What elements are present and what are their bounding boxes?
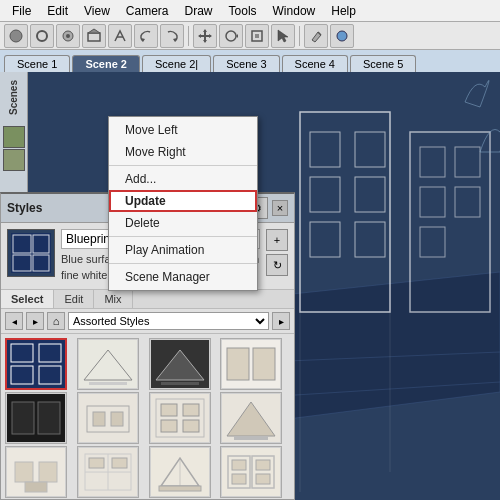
- style-tab-edit[interactable]: Edit: [54, 290, 94, 308]
- style-item-2[interactable]: [77, 338, 139, 390]
- menu-draw[interactable]: Draw: [177, 2, 221, 20]
- style-nav-forward-btn[interactable]: ▸: [26, 312, 44, 330]
- svg-rect-56: [12, 402, 34, 434]
- style-library-select[interactable]: Assorted Styles: [68, 312, 269, 330]
- context-menu-move-right[interactable]: Move Right: [109, 141, 257, 163]
- context-menu-delete[interactable]: Delete: [109, 212, 257, 234]
- scene-tab-5[interactable]: Scene 4: [282, 55, 348, 72]
- style-home-btn[interactable]: ⌂: [47, 312, 65, 330]
- svg-rect-88: [232, 460, 246, 470]
- toolbar-paint-btn[interactable]: [304, 24, 328, 48]
- toolbar: [0, 22, 500, 50]
- context-menu-sep-2: [109, 236, 257, 237]
- style-item-3[interactable]: [149, 338, 211, 390]
- style-item-4[interactable]: [220, 338, 282, 390]
- scene-tab-3[interactable]: Scene 2|: [142, 55, 211, 72]
- style-preview-icon: [7, 229, 55, 277]
- svg-rect-61: [111, 412, 123, 426]
- svg-point-12: [226, 31, 236, 41]
- svg-rect-60: [93, 412, 105, 426]
- svg-rect-85: [222, 448, 280, 496]
- svg-marker-11: [209, 34, 212, 38]
- toolbar-move-btn[interactable]: [193, 24, 217, 48]
- style-item-7[interactable]: [149, 392, 211, 444]
- context-menu-play-animation[interactable]: Play Animation: [109, 239, 257, 261]
- toolbar-btn-4[interactable]: [82, 24, 106, 48]
- toolbar-btn-3[interactable]: [56, 24, 80, 48]
- scene-thumb-2[interactable]: [3, 149, 25, 171]
- svg-rect-84: [159, 486, 201, 491]
- style-item-8[interactable]: [220, 392, 282, 444]
- style-tab-mix[interactable]: Mix: [94, 290, 132, 308]
- scene-tab-1[interactable]: Scene 1: [4, 55, 70, 72]
- svg-point-0: [10, 30, 22, 42]
- svg-point-3: [66, 34, 70, 38]
- style-item-9[interactable]: [5, 446, 67, 498]
- svg-rect-80: [112, 458, 127, 468]
- svg-point-16: [337, 31, 347, 41]
- menu-window[interactable]: Window: [265, 2, 324, 20]
- style-item-5[interactable]: [5, 392, 67, 444]
- svg-marker-5: [88, 29, 100, 33]
- context-menu-move-left[interactable]: Move Left: [109, 119, 257, 141]
- toolbar-scale-btn[interactable]: [245, 24, 269, 48]
- menu-view[interactable]: View: [76, 2, 118, 20]
- svg-rect-74: [25, 482, 47, 492]
- menu-help[interactable]: Help: [323, 2, 364, 20]
- svg-rect-79: [89, 458, 104, 468]
- svg-rect-46: [79, 340, 137, 388]
- menu-edit[interactable]: Edit: [39, 2, 76, 20]
- toolbar-btn-2[interactable]: [30, 24, 54, 48]
- svg-rect-64: [161, 404, 177, 416]
- style-nav-back-btn[interactable]: ◂: [5, 312, 23, 330]
- style-item-6[interactable]: [77, 392, 139, 444]
- context-menu-scene-manager[interactable]: Scene Manager: [109, 266, 257, 288]
- menu-file[interactable]: File: [4, 2, 39, 20]
- style-refresh-btn[interactable]: ↻: [266, 254, 288, 276]
- toolbar-select-btn[interactable]: [271, 24, 295, 48]
- menu-camera[interactable]: Camera: [118, 2, 177, 20]
- svg-rect-53: [227, 348, 249, 380]
- svg-rect-72: [15, 462, 33, 482]
- style-tab-select[interactable]: Select: [1, 290, 54, 308]
- scenes-label: Scenes: [8, 80, 19, 115]
- svg-marker-9: [203, 40, 207, 43]
- toolbar-btn-5[interactable]: [108, 24, 132, 48]
- style-item-11[interactable]: [149, 446, 211, 498]
- toolbar-btn-1[interactable]: [4, 24, 28, 48]
- scene-tab-6[interactable]: Scene 5: [350, 55, 416, 72]
- toolbar-eyedrop-btn[interactable]: [330, 24, 354, 48]
- style-tabs: Select Edit Mix: [1, 290, 294, 309]
- styles-grid: [1, 334, 294, 499]
- toolbar-btn-7[interactable]: [160, 24, 184, 48]
- style-create-btn[interactable]: +: [266, 229, 288, 251]
- scene-tab-4[interactable]: Scene 3: [213, 55, 279, 72]
- context-menu-add[interactable]: Add...: [109, 168, 257, 190]
- svg-rect-65: [183, 404, 199, 416]
- svg-rect-51: [161, 382, 199, 385]
- svg-rect-57: [38, 402, 60, 434]
- menubar: File Edit View Camera Draw Tools Window …: [0, 0, 500, 22]
- styles-panel-close-btn[interactable]: ×: [272, 200, 288, 216]
- context-menu-update[interactable]: Update: [109, 190, 257, 212]
- scene-tab-2[interactable]: Scene 2: [72, 55, 140, 72]
- svg-marker-15: [278, 30, 288, 42]
- style-lib-arrow-btn[interactable]: ▸: [272, 312, 290, 330]
- context-menu-sep-1: [109, 165, 257, 166]
- context-menu: Move Left Move Right Add... Update Delet…: [108, 116, 258, 291]
- toolbar-btn-6[interactable]: [134, 24, 158, 48]
- styles-panel-title: Styles: [7, 201, 42, 215]
- svg-rect-14: [255, 34, 259, 38]
- toolbar-rotate-btn[interactable]: [219, 24, 243, 48]
- menu-tools[interactable]: Tools: [221, 2, 265, 20]
- svg-marker-10: [198, 34, 201, 38]
- svg-rect-48: [89, 382, 127, 385]
- style-item-12[interactable]: [220, 446, 282, 498]
- style-item-10[interactable]: [77, 446, 139, 498]
- svg-point-1: [37, 31, 47, 41]
- scene-thumb-1[interactable]: [3, 126, 25, 148]
- svg-rect-73: [39, 462, 57, 482]
- svg-rect-67: [183, 420, 199, 432]
- svg-rect-70: [234, 436, 268, 440]
- style-item-1[interactable]: [5, 338, 67, 390]
